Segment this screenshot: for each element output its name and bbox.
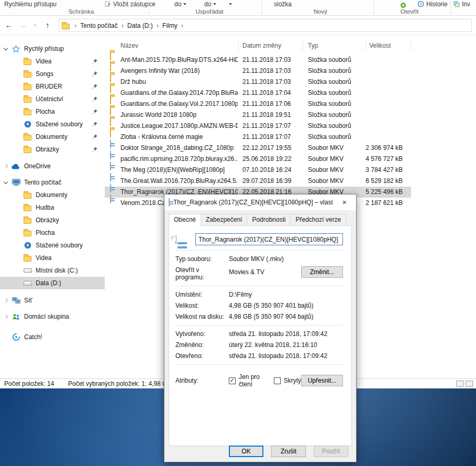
file-row[interactable]: The.Great.Wall.2016.720p.BluRay.x264.5.1… bbox=[105, 176, 411, 187]
chevron-right-icon[interactable] bbox=[4, 298, 8, 302]
checkbox-checked-icon[interactable] bbox=[229, 377, 236, 384]
copy-to-button[interactable]: do bbox=[204, 0, 216, 8]
change-button[interactable]: Změnit... bbox=[301, 266, 343, 278]
sidebar-item-pc-plocha[interactable]: Plocha bbox=[0, 226, 105, 239]
sidebar-item-label: Data (D:) bbox=[36, 279, 61, 287]
dialog-titlebar: Thor_Ragnarok (2017)(CZ_EN)[HEVC][1080pH… bbox=[164, 194, 356, 210]
sidebar-item-qa-plocha[interactable]: Plocha bbox=[0, 105, 105, 118]
forward-button[interactable]: → bbox=[17, 19, 28, 31]
new-item-dropdown[interactable] bbox=[229, 0, 232, 8]
pin-icon bbox=[92, 71, 97, 77]
sidebar-item-catch[interactable]: Catch! bbox=[0, 331, 105, 343]
column-separator[interactable] bbox=[303, 41, 303, 51]
breadcrumb-filmy[interactable]: Filmy bbox=[159, 22, 181, 29]
sidebar-item-qa-videa[interactable]: Videa bbox=[0, 55, 105, 68]
file-row[interactable]: Ant-Man.2015.720p.BluRay.DTS.x264-HiD...… bbox=[105, 55, 411, 66]
breadcrumb-this-pc[interactable]: Tento počítač bbox=[77, 22, 120, 29]
file-row[interactable]: Guardians.of.the.Galaxy.2014.720p.BluRa.… bbox=[105, 88, 411, 99]
sidebar-item-qa-stazene-soubory[interactable]: Stažené soubory bbox=[0, 118, 105, 131]
column-separator[interactable] bbox=[366, 41, 366, 51]
hidden-checkbox[interactable]: Skrytý bbox=[274, 377, 301, 384]
tab-predchozi-verze[interactable]: Předchozí verze bbox=[290, 214, 346, 226]
downloads-icon bbox=[23, 120, 32, 129]
sidebar-item-qa-obrazky[interactable]: Obrázky bbox=[0, 143, 105, 156]
tab-podrobnosti[interactable]: Podrobnosti bbox=[247, 214, 291, 226]
details-view-toggle[interactable] bbox=[456, 381, 463, 387]
separator bbox=[175, 364, 343, 365]
checkbox-unchecked-icon[interactable] bbox=[274, 377, 281, 384]
sidebar-item-pc-obrazky[interactable]: Obrázky bbox=[0, 214, 105, 226]
move-to-button[interactable]: do bbox=[174, 0, 186, 8]
column-header-size[interactable]: Velikost bbox=[369, 42, 391, 49]
tab-obecne[interactable]: Obecné bbox=[169, 214, 201, 226]
chevron-right-icon[interactable] bbox=[4, 315, 8, 319]
tab-zabezpeceni[interactable]: Zabezpečení bbox=[201, 214, 247, 226]
apply-button[interactable]: Použít bbox=[314, 446, 348, 457]
sidebar-item-this-pc[interactable]: Tento počítač bbox=[0, 176, 105, 189]
file-row[interactable]: Avengers Infinity War (2018) 21.11.2018 … bbox=[105, 66, 411, 77]
column-header-name[interactable]: Název bbox=[120, 42, 138, 49]
sidebar-item-network[interactable]: Síť bbox=[0, 294, 105, 307]
back-button[interactable]: ← bbox=[3, 19, 15, 31]
column-header-date[interactable]: Datum změny bbox=[242, 42, 281, 49]
folder-icon bbox=[23, 82, 32, 91]
sidebar-item-pc-stazene-soubory[interactable]: Stažené soubory bbox=[0, 239, 105, 252]
sidebar-item-qa-ucetnictvi[interactable]: Účetnictví bbox=[0, 93, 105, 105]
chevron-down-icon[interactable] bbox=[4, 46, 8, 50]
sidebar-item-onedrive[interactable]: OneDrive bbox=[0, 160, 105, 172]
sidebar-item-qa-songs[interactable]: Songs bbox=[0, 68, 105, 80]
address-bar[interactable]: › Tento počítač › Data (D:) › Filmy › bbox=[59, 19, 472, 32]
pin-to-quick-access-button[interactable]: Rychlému přístupu bbox=[4, 0, 57, 8]
opens-with-label: Otevřít v programu: bbox=[175, 266, 229, 281]
column-header-type[interactable]: Typ bbox=[308, 42, 318, 49]
file-name: pacific.rim.uprising.2018.720p.bluray.x2… bbox=[120, 155, 238, 162]
chevron-down-icon[interactable] bbox=[4, 180, 8, 184]
close-icon[interactable]: × bbox=[333, 194, 356, 210]
file-name: Justice.League.2017.1080p.AMZN.WEB-D... bbox=[120, 122, 238, 129]
file-size: 4 576 727 kB bbox=[330, 155, 407, 162]
file-row[interactable]: Jurassic World 2018 1080p 21.11.2018 19:… bbox=[105, 110, 411, 121]
history-button[interactable]: Historie bbox=[417, 0, 448, 8]
column-separator[interactable] bbox=[411, 41, 411, 51]
file-row[interactable]: Drž hubu 21.11.2018 17:03 Složka souborů bbox=[105, 77, 411, 88]
disk-drive-icon bbox=[23, 279, 32, 288]
sidebar-item-disk-c[interactable]: Místní disk (C:) bbox=[0, 264, 105, 277]
sidebar-item-label: Videa bbox=[36, 58, 51, 65]
sidebar-item-homegroup[interactable]: Domácí skupina bbox=[0, 310, 105, 323]
file-row[interactable]: Guardians.of.the.Galaxy.Vol.2.2017.1080p… bbox=[105, 99, 411, 110]
mkv-file-icon bbox=[169, 199, 170, 206]
filename-input[interactable] bbox=[195, 233, 343, 245]
file-size: 2 306 974 kB bbox=[330, 144, 407, 151]
invert-selection-button[interactable]: Inv bbox=[453, 0, 470, 8]
size-on-disk-row: Velikost na disku: 4,98 GB (5 350 907 90… bbox=[175, 313, 343, 320]
folder-icon bbox=[23, 107, 32, 116]
file-row[interactable]: Doktor Strange_2016_dabing.CZ_1080p 22.1… bbox=[105, 143, 411, 154]
ok-button[interactable]: OK bbox=[229, 446, 263, 457]
sidebar-item-quick-access[interactable]: Rychlý přístup bbox=[0, 42, 105, 55]
file-type: Složka souborů bbox=[308, 89, 367, 96]
file-row[interactable]: The Meg (2018)(EN)[WebRip][1080p] 07.10.… bbox=[105, 165, 411, 176]
hidden-label: Skrytý bbox=[284, 377, 301, 384]
sidebar-item-data-d[interactable]: Data (D:) bbox=[0, 277, 105, 289]
readonly-checkbox[interactable]: Jen pro čtení bbox=[229, 373, 261, 388]
column-separator[interactable] bbox=[238, 41, 239, 51]
sidebar-item-pc-hudba[interactable]: Hudba bbox=[0, 201, 105, 214]
file-row[interactable]: Zloba - Královna černé magie 21.11.2018 … bbox=[105, 132, 411, 143]
file-row[interactable]: Justice.League.2017.1080p.AMZN.WEB-D... … bbox=[105, 121, 411, 132]
recent-locations-dropdown[interactable]: ▾ bbox=[29, 19, 41, 31]
ribbon-group-separator bbox=[148, 1, 149, 14]
sidebar-item-pc-videa[interactable]: Videa bbox=[0, 252, 105, 264]
cancel-button[interactable]: Zrušit bbox=[271, 446, 306, 457]
sidebar-item-pc-dokumenty[interactable]: Dokumenty bbox=[0, 189, 105, 201]
open-file-button[interactable] bbox=[400, 1, 408, 9]
chevron-right-icon[interactable] bbox=[4, 164, 8, 168]
sidebar-item-qa-dokumenty[interactable]: Dokumenty bbox=[0, 131, 105, 143]
new-folder-button[interactable]: složka bbox=[274, 0, 292, 8]
sidebar-item-qa-bruder[interactable]: BRUDER bbox=[0, 80, 105, 93]
file-row[interactable]: pacific.rim.uprising.2018.720p.bluray.x2… bbox=[105, 154, 411, 165]
thumbnails-view-toggle[interactable] bbox=[466, 381, 473, 387]
up-button[interactable]: ↑ bbox=[42, 19, 53, 31]
ribbon-group-clipboard: Schránka bbox=[69, 8, 94, 15]
breadcrumb-data-d[interactable]: Data (D:) bbox=[124, 22, 156, 29]
advanced-button[interactable]: Upřesnit... bbox=[301, 375, 343, 386]
